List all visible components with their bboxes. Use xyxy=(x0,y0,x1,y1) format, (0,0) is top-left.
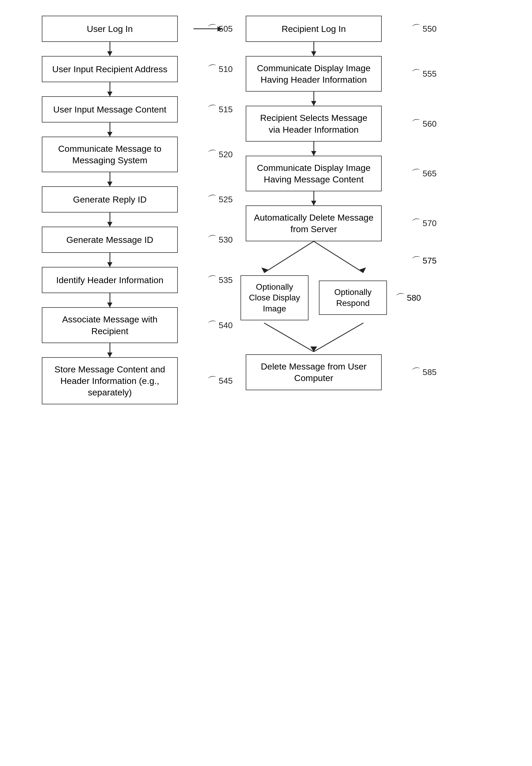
box-565: Communicate Display Image Having Message… xyxy=(246,156,382,191)
box-510-label: User Input Recipient Address xyxy=(52,63,167,75)
box-550-label: Recipient Log In xyxy=(282,23,346,35)
svg-line-2 xyxy=(314,241,363,273)
box-530: Generate Message ID xyxy=(42,227,178,253)
box-515-label: User Input Message Content xyxy=(53,104,167,115)
box-525-label: Generate Reply ID xyxy=(73,194,147,205)
ref-585-num: 585 xyxy=(423,367,437,377)
ref-570-num: 570 xyxy=(423,219,437,228)
svg-marker-3 xyxy=(359,268,366,273)
ref-560-num: 560 xyxy=(423,119,437,128)
arrow-550-555 xyxy=(313,42,314,56)
box-510: User Input Recipient Address xyxy=(42,56,178,82)
branch-arrows-svg xyxy=(225,241,403,275)
right-column: Recipient Log In ⌒ 550 Communicate Displ… xyxy=(225,16,403,390)
arrow-530-535 xyxy=(110,253,110,267)
svg-line-4 xyxy=(264,323,314,352)
box-535: Identify Header Information xyxy=(42,267,178,293)
ref-555-num: 555 xyxy=(423,69,437,79)
ref-575-num: 575 xyxy=(423,256,437,266)
arrow-560-565 xyxy=(313,141,314,156)
ref-555: ⌒ 555 xyxy=(412,67,437,80)
box-560-label: Recipient Selects Message via Header Inf… xyxy=(254,112,374,135)
box-575-left-label: Optionally Close Display Image xyxy=(246,282,303,314)
arrow-510-515 xyxy=(110,82,110,96)
ref-580: ⌒ 580 xyxy=(396,291,421,304)
box-520: Communicate Message to Messaging System xyxy=(42,136,178,172)
svg-marker-6 xyxy=(310,347,317,352)
box-540-label: Associate Message with Recipient xyxy=(50,314,170,337)
arrow-515-520 xyxy=(110,122,110,136)
box-555-label: Communicate Display Image Having Header … xyxy=(254,62,374,85)
box-540: Associate Message with Recipient xyxy=(42,307,178,343)
ref-550-num: 550 xyxy=(423,24,437,34)
box-535-label: Identify Header Information xyxy=(56,274,163,286)
box-545: Store Message Content and Header Informa… xyxy=(42,357,178,405)
svg-line-0 xyxy=(264,241,314,273)
arrow-525-530 xyxy=(110,213,110,227)
box-570: Automatically Delete Message from Server xyxy=(246,206,382,241)
box-530-label: Generate Message ID xyxy=(66,234,153,246)
box-575-right: Optionally Respond xyxy=(319,281,387,315)
box-505: User Log In xyxy=(42,16,178,42)
arrow-555-560 xyxy=(313,92,314,106)
ref-565-num: 565 xyxy=(423,168,437,178)
ref-550: ⌒ 550 xyxy=(412,22,437,35)
box-585: Delete Message from User Computer xyxy=(246,354,382,390)
arrow-540-545 xyxy=(110,343,110,357)
ref-585: ⌒ 585 xyxy=(412,366,437,379)
box-545-label: Store Message Content and Header Informa… xyxy=(50,364,170,398)
cross-arrow xyxy=(193,29,222,29)
ref-575: ⌒ 575 xyxy=(412,254,437,267)
box-575-right-label: Optionally Respond xyxy=(324,287,382,309)
box-515: User Input Message Content xyxy=(42,96,178,122)
svg-marker-1 xyxy=(261,268,268,273)
box-505-label: User Log In xyxy=(87,23,133,35)
ref-580-num: 580 xyxy=(407,293,421,303)
box-560: Recipient Selects Message via Header Inf… xyxy=(246,106,382,141)
box-570-label: Automatically Delete Message from Server xyxy=(254,212,374,235)
ref-565: ⌒ 565 xyxy=(412,167,437,180)
arrow-565-570 xyxy=(313,191,314,206)
branch-boxes-row: Optionally Close Display Image Optionall… xyxy=(225,275,403,321)
left-column: User Log In ⌒ 505 User Input Recipient A… xyxy=(21,16,199,404)
box-585-label: Delete Message from User Computer xyxy=(254,361,374,384)
box-550: Recipient Log In xyxy=(246,16,382,42)
ref-560: ⌒ 560 xyxy=(412,117,437,130)
box-565-label: Communicate Display Image Having Message… xyxy=(254,162,374,185)
svg-line-5 xyxy=(314,323,363,352)
ref-570: ⌒ 570 xyxy=(412,217,437,230)
converge-arrows-svg xyxy=(225,320,403,354)
box-520-label: Communicate Message to Messaging System xyxy=(50,143,170,166)
box-555: Communicate Display Image Having Header … xyxy=(246,56,382,92)
arrow-505-510 xyxy=(110,42,110,56)
flowchart-diagram: User Log In ⌒ 505 User Input Recipient A… xyxy=(21,16,511,404)
branch-arrows-svg-container xyxy=(225,241,403,275)
box-525: Generate Reply ID xyxy=(42,186,178,213)
converge-arrows-svg-container xyxy=(225,320,403,354)
arrow-520-525 xyxy=(110,172,110,186)
box-575-left: Optionally Close Display Image xyxy=(241,275,308,321)
arrow-535-540 xyxy=(110,293,110,307)
